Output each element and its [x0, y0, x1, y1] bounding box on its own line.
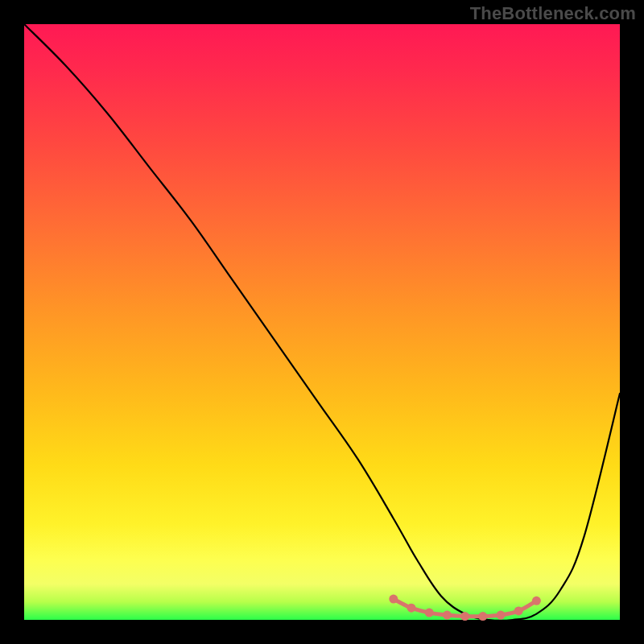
trough-dot: [425, 609, 434, 617]
trough-dot: [389, 595, 398, 604]
trough-dot: [443, 611, 452, 620]
curve-svg: [24, 24, 620, 620]
main-curve: [24, 24, 620, 621]
chart-frame: TheBottleneck.com: [0, 0, 644, 644]
trough-dot: [497, 611, 506, 620]
trough-dot: [478, 612, 487, 621]
trough-dot: [532, 597, 541, 605]
trough-dot: [460, 612, 469, 621]
plot-area: [24, 24, 620, 620]
trough-dot: [407, 604, 416, 613]
watermark-text: TheBottleneck.com: [470, 3, 636, 24]
trough-markers: [389, 595, 541, 621]
trough-dot: [514, 606, 523, 615]
